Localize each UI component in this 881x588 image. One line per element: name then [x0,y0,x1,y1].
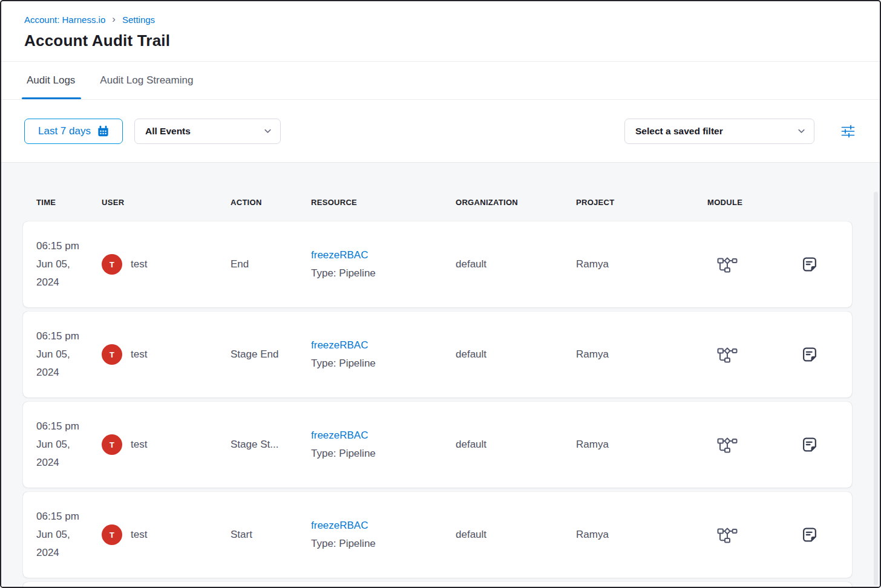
table-row-partial[interactable] [23,582,852,587]
table-row[interactable]: 06:15 pm Jun 05, 2024 T test Stage St...… [23,402,852,488]
audit-log-table: TIME USER ACTION RESOURCE ORGANIZATION P… [1,163,880,587]
pipeline-module-icon [707,436,801,453]
user-name: test [131,258,147,270]
resource-link[interactable]: freezeRBAC [311,430,368,442]
pipeline-module-icon [707,346,801,363]
action-cell: Start [231,529,311,541]
action-cell: Stage End [231,348,311,361]
table-row[interactable]: 06:15 pm Jun 05, 2024 T test End freezeR… [23,221,852,307]
date-value-line2: 2024 [36,273,102,292]
organization-cell: default [456,258,576,270]
notes-cell [801,346,852,363]
project-cell: Ramya [576,258,707,270]
organization-cell: default [456,439,576,451]
date-value-line1: Jun 05, [36,345,102,364]
time-value: 06:15 pm [36,508,102,526]
date-value-line1: Jun 05, [36,436,102,454]
resource-type: Type: Pipeline [311,358,456,370]
resource-type: Type: Pipeline [311,267,456,279]
chevron-down-icon [263,126,272,136]
date-value-line1: Jun 05, [36,526,102,544]
column-header-module: MODULE [707,198,801,207]
tab-audit-logs[interactable]: Audit Logs [25,62,76,99]
resource-type: Type: Pipeline [311,538,456,550]
avatar: T [102,524,122,545]
user-cell: T test [102,524,231,545]
notes-icon [801,256,818,273]
resource-link[interactable]: freezeRBAC [311,339,368,351]
time-cell: 06:15 pm Jun 05, 2024 [36,417,102,472]
breadcrumb-settings-link[interactable]: Settings [122,15,155,25]
time-value: 06:15 pm [36,417,102,436]
user-name: test [131,439,147,451]
notes-button[interactable] [801,256,818,273]
breadcrumb-account-link[interactable]: Account: Harness.io [24,15,105,25]
action-cell: End [231,258,311,270]
resource-cell: freezeRBAC Type: Pipeline [311,430,456,460]
avatar: T [102,254,122,275]
project-cell: Ramya [576,439,707,451]
time-cell: 06:15 pm Jun 05, 2024 [36,327,102,382]
module-cell [707,346,801,363]
project-cell: Ramya [576,529,707,541]
column-header-project: PROJECT [576,198,707,207]
date-range-button[interactable]: Last 7 days [24,119,123,144]
resource-type: Type: Pipeline [311,448,456,460]
app-window: Account: Harness.io › Settings Account A… [0,0,881,588]
organization-cell: default [456,348,576,361]
date-value-line2: 2024 [36,364,102,382]
date-value-line1: Jun 05, [36,255,102,273]
notes-button[interactable] [801,436,818,453]
notes-cell [801,526,852,543]
time-value: 06:15 pm [36,237,102,255]
time-cell: 06:15 pm Jun 05, 2024 [36,237,102,292]
module-cell [707,256,801,273]
user-cell: T test [102,254,231,275]
resource-link[interactable]: freezeRBAC [311,249,368,261]
event-type-dropdown[interactable]: All Events [134,119,281,144]
table-header-row: TIME USER ACTION RESOURCE ORGANIZATION P… [23,198,852,207]
filter-settings-button[interactable] [839,123,857,140]
column-header-user: USER [102,198,231,207]
user-name: test [131,529,147,541]
page-title: Account Audit Trail [24,31,857,50]
breadcrumb: Account: Harness.io › Settings [24,15,857,25]
table-row[interactable]: 06:15 pm Jun 05, 2024 T test Stage End f… [23,312,852,397]
pipeline-module-icon [707,256,801,273]
column-header-organization: ORGANIZATION [456,198,576,207]
notes-icon [801,346,818,363]
column-header-time: TIME [36,198,102,207]
column-header-resource: RESOURCE [311,198,456,207]
saved-filter-dropdown[interactable]: Select a saved filter [624,119,814,144]
time-cell: 06:15 pm Jun 05, 2024 [36,508,102,562]
sliders-icon [840,124,856,139]
saved-filter-value: Select a saved filter [635,126,723,137]
time-value: 06:15 pm [36,327,102,345]
chevron-down-icon [797,126,806,136]
pipeline-module-icon [707,526,801,543]
column-header-action: ACTION [231,198,311,207]
date-range-label: Last 7 days [38,125,91,137]
table-body: 06:15 pm Jun 05, 2024 T test End freezeR… [23,221,852,578]
module-cell [707,436,801,453]
project-cell: Ramya [576,348,707,361]
notes-icon [801,526,818,543]
resource-cell: freezeRBAC Type: Pipeline [311,249,456,279]
table-row[interactable]: 06:15 pm Jun 05, 2024 T test Start freez… [23,492,852,578]
module-cell [707,526,801,543]
filter-bar: Last 7 days All Events S [1,100,880,163]
date-value-line2: 2024 [36,544,102,562]
organization-cell: default [456,529,576,541]
vertical-scrollbar[interactable] [874,192,878,586]
tab-audit-log-streaming[interactable]: Audit Log Streaming [99,62,194,99]
resource-cell: freezeRBAC Type: Pipeline [311,520,456,550]
notes-button[interactable] [801,346,818,363]
user-name: test [131,348,147,361]
user-cell: T test [102,344,231,365]
notes-button[interactable] [801,526,818,543]
avatar: T [102,344,122,365]
resource-link[interactable]: freezeRBAC [311,520,368,532]
user-cell: T test [102,434,231,455]
event-type-value: All Events [145,126,191,137]
date-value-line2: 2024 [36,454,102,472]
